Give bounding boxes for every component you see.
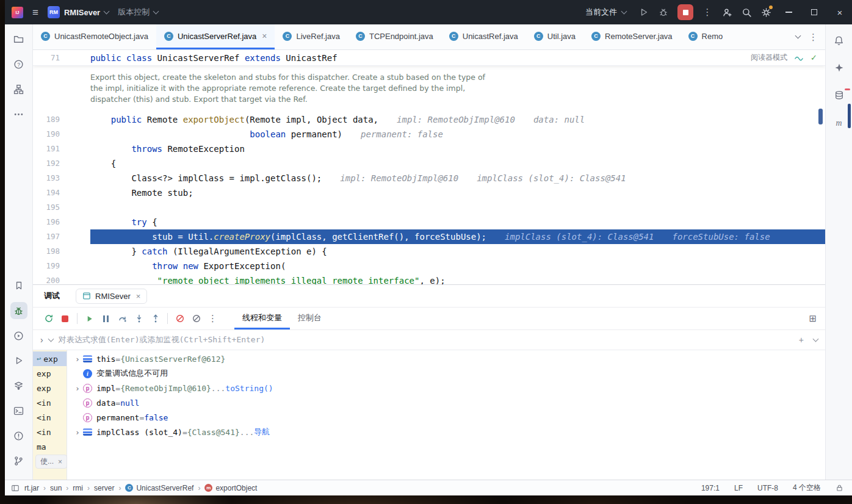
mute-breakpoints-button[interactable] <box>171 311 188 327</box>
debug-view-tab[interactable]: 控制台 <box>290 308 330 329</box>
run-tool-window-icon[interactable] <box>10 352 27 369</box>
stack-frame-row[interactable]: <in <box>33 410 67 425</box>
variable-row[interactable]: ›this = {UnicastServerRef@612} <box>67 351 825 366</box>
expand-twisty-icon[interactable]: › <box>72 428 83 437</box>
code-line[interactable]: 199 throw new ExportException( <box>33 259 825 273</box>
chevron-down-icon[interactable] <box>813 336 819 342</box>
breadcrumb-item[interactable]: mexportObject <box>204 484 257 492</box>
inspections-ok-icon[interactable]: ✓ <box>810 53 817 62</box>
layout-settings-icon[interactable]: ⊞ <box>809 313 817 324</box>
vcs-widget[interactable]: 版本控制 <box>118 7 158 18</box>
stop-button[interactable] <box>677 4 693 20</box>
maven-icon[interactable]: m <box>831 114 848 131</box>
settings-gear-icon[interactable] <box>757 3 775 21</box>
variable-row[interactable]: ppermanent = false <box>67 410 825 425</box>
resume-button[interactable] <box>81 311 98 327</box>
close-tab-icon[interactable]: × <box>262 31 267 41</box>
code-with-me-icon[interactable] <box>718 3 736 21</box>
project-widget[interactable]: RM RMISever <box>48 6 109 18</box>
variable-row[interactable]: pdata = null <box>67 395 825 410</box>
debug-more-icon[interactable]: ⋮ <box>204 311 221 327</box>
indent-setting[interactable]: 4 个空格 <box>793 483 821 493</box>
close-button[interactable]: × <box>828 0 852 24</box>
variable-action-link[interactable]: toString() <box>225 384 273 393</box>
close-icon[interactable]: × <box>58 458 62 466</box>
stop-session-button[interactable] <box>57 311 73 327</box>
expand-twisty-icon[interactable]: › <box>72 355 83 364</box>
history-chevron-icon[interactable] <box>48 336 54 342</box>
terminal-icon[interactable] <box>10 402 27 419</box>
git-branch-icon[interactable] <box>10 452 27 469</box>
code-line[interactable]: 195 <box>33 200 825 215</box>
close-session-icon[interactable]: × <box>136 292 141 301</box>
debug-tool-window-icon[interactable] <box>10 302 27 319</box>
stack-frame-row[interactable]: exp <box>33 381 67 395</box>
breadcrumb-item[interactable]: CUnicastServerRef <box>125 484 193 492</box>
code-line[interactable]: 200 "remote object implements illegal re… <box>33 273 825 284</box>
editor-tab[interactable]: CUnicastRemoteObject.java <box>33 24 156 49</box>
code-line[interactable]: 194 Remote stub; <box>33 185 825 200</box>
breadcrumb-item[interactable]: rt.jar <box>24 484 39 492</box>
scrollbar-thumb[interactable] <box>848 104 851 128</box>
rerun-button[interactable] <box>40 311 57 327</box>
stack-frame-row[interactable]: <in <box>33 425 67 439</box>
stack-frame-row[interactable]: <in <box>33 395 67 410</box>
add-watch-icon[interactable]: + <box>799 335 804 345</box>
editor-tab[interactable]: CRemo <box>681 24 731 49</box>
editor-tab[interactable]: CUnicastRef.java <box>441 24 526 49</box>
variable-row[interactable]: i变量调试信息不可用 <box>67 366 825 381</box>
variable-action-link[interactable]: 导航 <box>254 427 270 437</box>
editor-tab[interactable]: CRemoteServer.java <box>583 24 681 49</box>
breadcrumb-item[interactable]: server <box>94 484 114 492</box>
squeezed-tool-tab[interactable]: 使... × <box>35 455 67 469</box>
reader-mode-label[interactable]: 阅读器模式 <box>751 52 787 63</box>
caret-position[interactable]: 197:1 <box>701 484 720 492</box>
tool-window-toggle-icon[interactable] <box>11 484 20 492</box>
ai-assistant-icon[interactable] <box>831 59 848 76</box>
breadcrumb-item[interactable]: rmi <box>73 484 83 492</box>
editor-tab[interactable]: CUtil.java <box>526 24 583 49</box>
structure-icon[interactable] <box>10 81 27 98</box>
editor-tab[interactable]: CTCPEndpoint.java <box>348 24 441 49</box>
debug-view-tab[interactable]: 线程和变量 <box>234 308 290 329</box>
variable-row[interactable]: ›pimpl = {RemoteObjImpl@610} ... toStrin… <box>67 381 825 395</box>
code-vision-icon[interactable] <box>794 53 804 63</box>
editor-tab[interactable]: CUnicastServerRef.java× <box>156 24 275 49</box>
maximize-button[interactable] <box>802 0 826 24</box>
run-button[interactable] <box>635 3 653 21</box>
pause-button[interactable] <box>98 311 114 327</box>
project-folder-icon[interactable] <box>10 31 27 48</box>
problems-icon[interactable] <box>10 427 27 444</box>
step-into-button[interactable] <box>131 311 147 327</box>
services-icon[interactable] <box>10 327 27 344</box>
code-line[interactable]: 193 Class<?> implClass = impl.getClass()… <box>33 171 825 185</box>
code-line[interactable]: 198 } catch (IllegalArgumentException e)… <box>33 244 825 259</box>
code-line[interactable]: 192 { <box>33 156 825 171</box>
read-only-lock-icon[interactable] <box>836 484 843 492</box>
editor-tab[interactable]: CLiveRef.java <box>275 24 348 49</box>
variables-list[interactable]: ›this = {UnicastServerRef@612}i变量调试信息不可用… <box>67 350 825 480</box>
dependencies-icon[interactable] <box>10 377 27 394</box>
bookmarks-icon[interactable] <box>10 277 27 294</box>
view-breakpoints-button[interactable] <box>188 311 204 327</box>
main-menu-icon[interactable]: ≡ <box>32 7 38 18</box>
learn-icon[interactable]: ? <box>10 56 27 73</box>
breadcrumb-item[interactable]: sun <box>50 484 62 492</box>
evaluate-expression-bar[interactable]: › 对表达式求值(Enter)或添加监视(Ctrl+Shift+Enter) + <box>33 330 825 350</box>
debug-button[interactable] <box>654 3 673 21</box>
execution-line[interactable]: 197 stub = Util.createProxy(implClass, g… <box>33 229 825 244</box>
line-separator[interactable]: LF <box>734 484 743 492</box>
notifications-bell-icon[interactable] <box>831 32 848 49</box>
stack-frame-row[interactable]: ↩exp <box>33 351 67 366</box>
code-editor[interactable]: 71 public class UnicastServerRef extends… <box>33 50 825 284</box>
variable-row[interactable]: ›implClass (slot_4) = {Class@541} ... 导航 <box>67 425 825 439</box>
code-line[interactable]: 196 try { <box>33 215 825 229</box>
code-line[interactable]: 190 boolean permanent)permanent: false <box>33 127 825 142</box>
stack-frame-row[interactable]: exp <box>33 366 67 381</box>
tab-options-icon[interactable]: ⋮ <box>809 32 818 43</box>
stack-frame-row[interactable]: ma <box>33 439 67 454</box>
expand-twisty-icon[interactable]: › <box>72 384 83 393</box>
step-out-button[interactable] <box>147 311 164 327</box>
run-configuration-widget[interactable]: 当前文件 <box>585 7 626 18</box>
editor-scrollbar-thumb[interactable] <box>818 109 823 124</box>
